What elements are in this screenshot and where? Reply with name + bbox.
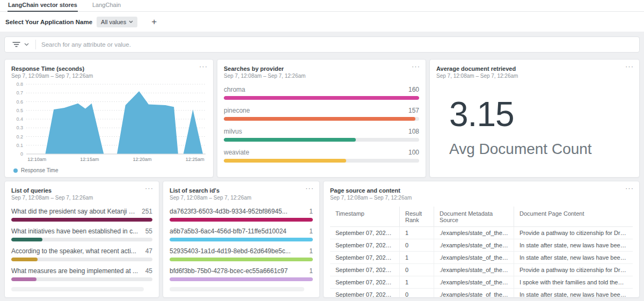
page-source-table: Timestamp Result Rank Document Metadata … <box>330 207 633 298</box>
column-header-document-page-content[interactable]: Document Page Content <box>514 207 633 226</box>
widget-title: Average document retrieved <box>436 65 633 72</box>
bar-label: chroma <box>224 86 251 93</box>
bar-row-partial <box>170 287 313 291</box>
application-name-dropdown[interactable]: All values <box>97 17 137 27</box>
cell-page-content: In state after state, new laws have been… <box>514 239 633 251</box>
widget-timerange: Sep 7, 12:08am – Sep 7, 12:26am <box>11 194 152 201</box>
bar-track <box>224 117 419 121</box>
bar-label: According to the speaker, what recent ac… <box>11 247 142 255</box>
bar-label: 52935403-1a1d-4d19-8ebd-62d649be5c... <box>170 247 296 255</box>
cell-metadata-source: ./examples/state_of_the_union.txt <box>434 264 514 276</box>
table-row[interactable]: September 07, 2023 0:25:211./examples/st… <box>330 276 633 289</box>
cell-page-content: In state after state, new laws have been… <box>514 289 633 298</box>
column-header-timestamp[interactable]: Timestamp <box>330 207 399 226</box>
widget-menu-button[interactable]: ··· <box>625 63 634 70</box>
bar-track <box>11 277 152 281</box>
cell-metadata-source: ./examples/state_of_the_union.txt <box>434 252 514 263</box>
widget-title: Page source and content <box>330 187 633 194</box>
table-header: Timestamp Result Rank Document Metadata … <box>330 207 633 227</box>
cell-result-rank: 1 <box>399 252 434 263</box>
bar-value: 157 <box>408 107 419 114</box>
search-input[interactable] <box>41 41 634 48</box>
table-row[interactable]: September 07, 2023 0:25:220./examples/st… <box>330 264 633 276</box>
bar-track <box>11 258 152 261</box>
search-id-bar-list: da7623f3-6503-4d3b-9334-952bf86945...1a6… <box>170 208 313 291</box>
bar-row[interactable]: bfd6f3bb-75b0-4278-bcec-ec55a6661c971 <box>170 267 313 281</box>
bar-row[interactable]: milvus108 <box>224 128 419 142</box>
bar-label: da7623f3-6503-4d3b-9334-952bf86945... <box>170 208 293 215</box>
bar-value: 55 <box>145 227 152 235</box>
bar-track <box>11 238 152 241</box>
add-template-variable-button[interactable]: + <box>151 17 157 26</box>
bar-value: 45 <box>145 267 152 275</box>
bar-row[interactable]: chroma160 <box>224 86 419 100</box>
widget-timerange: Sep 7, 12:08am – Sep 7, 12:26am <box>170 194 313 201</box>
cell-metadata-source: ./examples/state_of_the_union.txt <box>434 227 514 239</box>
application-name-label: Select Your Application Name <box>5 19 92 25</box>
widget-menu-button[interactable]: ··· <box>145 185 153 192</box>
divider <box>35 40 36 49</box>
bar-value: 1 <box>309 247 313 255</box>
bar-row[interactable]: What initiatives have been established i… <box>11 227 152 241</box>
bar-row-partial <box>11 287 152 291</box>
svg-text:12:15am: 12:15am <box>80 157 99 162</box>
bar-row[interactable]: What measures are being implemented at .… <box>11 267 152 281</box>
widget-menu-button[interactable]: ··· <box>305 185 314 192</box>
cell-metadata-source: ./examples/state_of_the_union.txt <box>434 239 514 251</box>
bar-row[interactable]: weaviate100 <box>224 149 419 163</box>
cell-timestamp: September 07, 2023 0:25:22 <box>330 264 399 276</box>
column-header-result-rank[interactable]: Result Rank <box>399 207 434 226</box>
query-value-caption: Avg Document Count <box>449 141 633 158</box>
response-time-chart[interactable]: 00.10.20.30.40.50.60.70.812:10am12:15am1… <box>11 81 208 163</box>
table-body: September 07, 2023 0:25:231./examples/st… <box>330 227 633 298</box>
bar-fill <box>224 96 419 100</box>
bar-row[interactable]: a6b7a5b3-6ac4-456d-bfb7-11ffe5d100241 <box>170 227 313 241</box>
bar-track <box>170 258 313 261</box>
bar-row[interactable]: What did the president say about Ketanji… <box>11 208 152 222</box>
bar-track <box>170 277 313 281</box>
table-row[interactable]: September 07, 2023 0:25:231./examples/st… <box>330 227 633 239</box>
widget-timerange: Sep 7, 12:08am – Sep 7, 12:26am <box>436 72 633 79</box>
bar-track <box>11 218 152 222</box>
column-header-document-metadata-source[interactable]: Document Metadata Source <box>434 207 514 226</box>
bar-row[interactable]: da7623f3-6503-4d3b-9334-952bf86945...1 <box>170 208 313 222</box>
bar-value: 160 <box>408 86 419 93</box>
chart-legend: Response Time <box>11 167 207 173</box>
bar-fill <box>170 277 313 281</box>
application-name-value: All values <box>101 19 126 25</box>
widget-menu-button[interactable]: ··· <box>199 63 208 70</box>
bar-value: 100 <box>408 149 419 156</box>
widget-title: Response Time (seconds) <box>11 65 207 72</box>
cell-result-rank: 0 <box>399 264 434 276</box>
widget-list-of-queries: List of queries Sep 7, 12:08am – Sep 7, … <box>4 181 159 298</box>
bar-track <box>224 96 419 100</box>
cell-timestamp: September 07, 2023 0:25:22 <box>330 252 399 263</box>
cell-page-content: I spoke with their families and told the… <box>514 276 633 288</box>
widget-menu-button[interactable]: ··· <box>625 185 634 192</box>
bar-value: 251 <box>142 208 152 215</box>
legend-label: Response Time <box>21 167 58 173</box>
table-row[interactable]: September 07, 2023 0:25:230./examples/st… <box>330 239 633 252</box>
cell-timestamp: September 07, 2023 0:25:21 <box>330 276 399 288</box>
table-row[interactable]: September 07, 2023 0:25:221./examples/st… <box>330 252 633 264</box>
bar-fill <box>11 238 42 241</box>
bar-row[interactable]: 52935403-1a1d-4d19-8ebd-62d649be5c...1 <box>170 247 313 261</box>
cell-result-rank: 0 <box>399 239 434 251</box>
bar-row[interactable]: According to the speaker, what recent ac… <box>11 247 152 261</box>
widget-timerange: Sep 7, 12:09am – Sep 7, 12:26am <box>11 72 207 79</box>
cell-timestamp: September 07, 2023 0:25:23 <box>330 239 399 251</box>
filter-menu-button[interactable] <box>10 42 32 47</box>
legend-dot-icon <box>13 168 18 173</box>
svg-text:12:10am: 12:10am <box>27 157 46 162</box>
widget-menu-button[interactable]: ··· <box>412 63 420 70</box>
tab-langchain[interactable]: LangChain <box>92 0 121 12</box>
bar-row[interactable]: pinecone157 <box>224 107 419 121</box>
widget-timerange: Sep 7, 12:08am – Sep 7, 12:26am <box>224 72 419 79</box>
widget-grid: Response Time (seconds) Sep 7, 12:09am –… <box>4 59 640 298</box>
bar-value: 1 <box>309 227 313 235</box>
bar-track <box>224 138 419 142</box>
filter-icon <box>12 42 20 47</box>
bar-fill <box>170 218 313 222</box>
table-row[interactable]: September 07, 2023 0:25:210./examples/st… <box>330 289 633 298</box>
tab-langchain-vector-stores[interactable]: LangChain vector stores <box>8 0 78 12</box>
